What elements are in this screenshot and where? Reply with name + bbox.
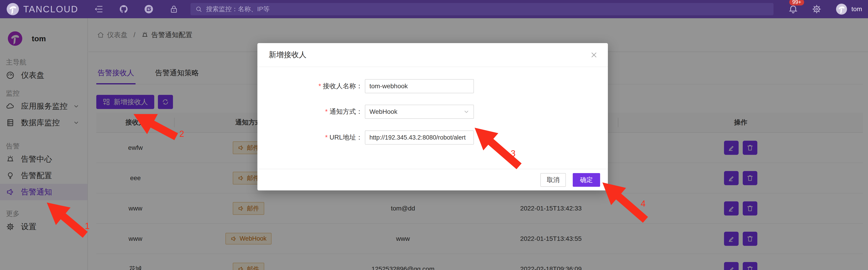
gitee-icon[interactable] <box>144 4 154 14</box>
modal-header: 新增接收人 <box>257 43 608 67</box>
url-input[interactable] <box>369 134 470 141</box>
search-input[interactable] <box>206 5 731 13</box>
notice-method-value: WebHook <box>369 108 397 115</box>
global-search[interactable] <box>190 3 774 15</box>
top-navbar: TANCLOUD 99+ tom <box>0 0 868 18</box>
field-url: *URL地址： <box>257 130 608 144</box>
field-recipient-name: *接收人名称： <box>257 79 608 93</box>
url-label: URL地址： <box>330 134 363 141</box>
notice-method-select[interactable]: WebHook <box>365 105 474 119</box>
app-window: TANCLOUD 99+ tom tom 主导航 仪表盘 <box>0 0 868 270</box>
menu-fold-icon[interactable] <box>94 4 103 14</box>
recipient-name-box <box>365 79 474 93</box>
navbar-right: 99+ tom <box>788 0 868 18</box>
field-label: *接收人名称： <box>257 81 363 91</box>
close-icon <box>590 51 598 59</box>
modal-title: 新增接收人 <box>269 50 306 60</box>
lock-icon[interactable] <box>169 4 179 14</box>
url-box <box>365 130 474 144</box>
settings-gear-icon[interactable] <box>812 4 822 14</box>
notice-method-label: 通知方式： <box>330 108 363 115</box>
recipient-name-label: 接收人名称： <box>323 82 363 90</box>
confirm-button[interactable]: 确定 <box>573 173 600 187</box>
required-mark: * <box>318 82 321 90</box>
chevron-down-icon <box>463 108 470 115</box>
modal-footer: 取消 确定 <box>257 169 608 191</box>
add-recipient-modal: 新增接收人 *接收人名称： *通知方式： WebHook *URL地址： <box>257 43 608 191</box>
cancel-button[interactable]: 取消 <box>540 173 566 187</box>
modal-close-button[interactable] <box>590 51 598 59</box>
recipient-name-input[interactable] <box>369 82 470 90</box>
brand[interactable]: TANCLOUD <box>6 3 78 15</box>
required-mark: * <box>325 108 328 115</box>
github-icon[interactable] <box>119 4 128 14</box>
field-label: *通知方式： <box>257 107 363 116</box>
notifications-button[interactable]: 99+ <box>788 4 798 14</box>
field-notice-method: *通知方式： WebHook <box>257 105 608 119</box>
tancloud-logo-icon <box>6 3 19 15</box>
required-mark: * <box>325 134 328 141</box>
user-avatar[interactable] <box>836 3 847 15</box>
search-icon <box>195 5 203 13</box>
brand-name: TANCLOUD <box>23 4 78 14</box>
notification-badge: 99+ <box>789 0 804 5</box>
field-label: *URL地址： <box>257 133 363 142</box>
navbar-username[interactable]: tom <box>851 5 862 13</box>
